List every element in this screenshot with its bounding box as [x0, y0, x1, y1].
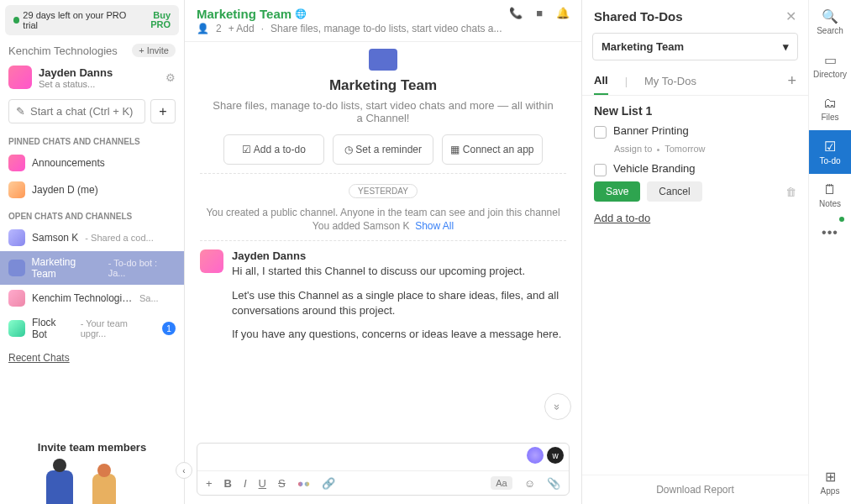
checkbox[interactable] — [594, 126, 607, 139]
sidebar-item-hub[interactable]: Kenchim Technologies Hub Sa... — [0, 285, 184, 312]
channel-label: Announcements — [32, 157, 105, 169]
rail-apps[interactable]: ⊞Apps — [809, 460, 851, 504]
new-chat-button[interactable]: + — [150, 99, 176, 123]
channel-icon — [8, 155, 25, 171]
notification-dot-icon — [839, 217, 844, 222]
section-pinned-label: PINNED CHATS AND CHANNELS — [0, 129, 184, 150]
link-icon[interactable]: 🔗 — [322, 477, 335, 490]
trash-icon[interactable]: 🗑 — [785, 186, 796, 198]
rail-more[interactable]: ••• — [809, 217, 851, 250]
emoji-icon[interactable]: ☺ — [524, 477, 535, 490]
rail-notes[interactable]: 🗒Notes — [809, 174, 851, 217]
rail-todo[interactable]: ☑To-do — [809, 130, 851, 174]
chat-body: Marketing Team Share files, manage to-do… — [185, 42, 581, 436]
app-chip-icon[interactable]: w — [547, 447, 564, 464]
tab-all[interactable]: All — [594, 67, 608, 95]
save-button[interactable]: Save — [594, 181, 640, 202]
members-icon: 👤 — [197, 23, 209, 34]
panel-title: Shared To-Dos — [594, 9, 683, 24]
channel-label: Marketing Team — [32, 256, 102, 280]
start-chat-input[interactable]: ✎ Start a chat (Ctrl + K) — [8, 99, 145, 123]
call-icon[interactable]: 📞 — [509, 7, 523, 19]
format-toggle[interactable]: Aa — [491, 476, 512, 490]
tab-my-todos[interactable]: My To-Dos — [644, 68, 696, 94]
list-name: New List 1 — [594, 104, 796, 118]
app-rail: 🔍Search ▭Directory 🗂Files ☑To-do 🗒Notes … — [809, 0, 851, 504]
gear-icon[interactable]: ⚙ — [165, 71, 176, 84]
show-all-link[interactable]: Show All — [415, 220, 454, 232]
invite-team-heading: Invite team members — [0, 433, 184, 454]
set-reminder-action[interactable]: ◷ Set a reminder — [333, 134, 433, 165]
team-select-dropdown[interactable]: Marketing Team ▾ — [592, 33, 798, 60]
channel-icon — [8, 181, 25, 198]
more-icon: ••• — [809, 225, 851, 240]
trial-banner: 29 days left on your PRO trial Buy PRO — [5, 5, 179, 35]
channel-sub: - Shared a cod... — [85, 233, 153, 243]
buy-pro-link[interactable]: Buy PRO — [134, 11, 171, 29]
bell-icon[interactable]: 🔔 — [556, 7, 570, 19]
system-message: You created a public channel. Anyone in … — [200, 207, 566, 218]
assign-to[interactable]: Assign to — [614, 144, 652, 154]
channel-large-icon — [369, 49, 397, 71]
invite-button[interactable]: + Invite — [132, 44, 176, 57]
connect-app-action[interactable]: ▦ Connect an app — [442, 134, 543, 165]
add-todo-link[interactable]: Add a to-do — [594, 212, 796, 224]
todo-text[interactable]: Banner Printing — [613, 124, 689, 137]
rail-files[interactable]: 🗂Files — [809, 87, 851, 130]
channel-big-title: Marketing Team — [200, 77, 566, 94]
check-icon: ☑ — [809, 139, 851, 155]
rail-search[interactable]: 🔍Search — [809, 0, 851, 44]
underline-icon[interactable]: U — [259, 477, 266, 490]
channel-big-desc: Share files, manage to-do lists, start v… — [208, 99, 558, 124]
checkbox-icon: ☑ — [242, 144, 251, 155]
sidebar-item-flock-bot[interactable]: Flock Bot - Your team upgr... 1 — [0, 312, 184, 345]
user-name: Jayden Danns — [39, 66, 113, 79]
pencil-icon: ✎ — [16, 105, 25, 118]
app-chip-icon[interactable] — [527, 447, 544, 464]
channel-icon — [8, 229, 25, 246]
chat-main: Marketing Team 🌐 👤2 + Add · Share files,… — [185, 0, 582, 504]
message-composer: w + B I U S ●● 🔗 Aa ☺ 📎 — [197, 443, 570, 496]
rail-directory[interactable]: ▭Directory — [809, 44, 851, 87]
todo-text[interactable]: Vehicle Branding — [613, 162, 696, 175]
add-todo-action[interactable]: ☑ Add a to-do — [223, 134, 324, 165]
recent-chats-link[interactable]: Recent Chats — [0, 345, 184, 370]
avatar — [200, 249, 223, 273]
channel-label: Samson K — [32, 232, 78, 244]
sidebar-item-marketing-team[interactable]: Marketing Team - To-do bot : Ja... — [0, 251, 184, 285]
todo-item: Vehicle Branding — [594, 162, 796, 176]
plus-icon[interactable]: + — [206, 477, 213, 490]
add-member-button[interactable]: + Add — [229, 23, 255, 34]
composer-input[interactable]: w — [197, 444, 569, 470]
message-text: Hi all, I started this Channel to discus… — [232, 264, 566, 342]
directory-icon: ▭ — [809, 52, 851, 68]
sidebar-item-announcements[interactable]: Announcements — [0, 150, 184, 176]
attach-icon[interactable]: 📎 — [547, 477, 560, 490]
checkbox[interactable] — [594, 164, 607, 176]
due-date[interactable]: Tomorrow — [665, 144, 705, 154]
download-report-link[interactable]: Download Report — [582, 475, 808, 504]
color-icon[interactable]: ●● — [297, 477, 311, 490]
bold-icon[interactable]: B — [224, 477, 232, 490]
unread-badge: 1 — [162, 322, 176, 335]
todo-item: Banner Printing — [594, 124, 796, 139]
apps-icon: ⊞ — [809, 469, 851, 485]
search-icon: 🔍 — [809, 8, 851, 24]
sidebar-item-samson[interactable]: Samson K - Shared a cod... — [0, 224, 184, 251]
video-icon[interactable]: ■ — [536, 7, 543, 19]
add-list-button[interactable]: + — [787, 72, 796, 90]
close-icon[interactable]: ✕ — [785, 8, 796, 24]
org-name: Kenchim Technologies — [8, 45, 118, 57]
italic-icon[interactable]: I — [244, 477, 247, 490]
section-open-label: OPEN CHATS AND CHANNELS — [0, 203, 184, 224]
strike-icon[interactable]: S — [278, 477, 286, 490]
channel-sub: - Your team upgr... — [81, 318, 155, 339]
user-status[interactable]: Set a status... — [39, 79, 113, 89]
channel-desc-short: Share files, manage to-do lists, start v… — [271, 23, 502, 34]
channel-sub: - To-do bot : Ja... — [108, 258, 176, 278]
scroll-down-button[interactable]: » — [544, 393, 571, 420]
cancel-button[interactable]: Cancel — [647, 181, 701, 202]
sidebar-item-me[interactable]: Jayden D (me) — [0, 176, 184, 203]
date-divider: YESTERDAY — [200, 184, 566, 197]
channel-icon — [8, 290, 25, 307]
